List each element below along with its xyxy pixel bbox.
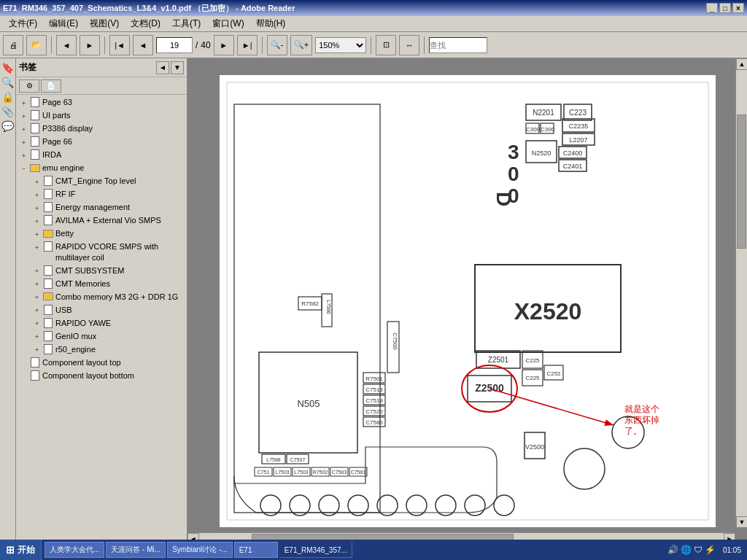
sidebar-item-cmt-top[interactable]: ＋ CMT_Engine Top level bbox=[16, 175, 187, 188]
svg-text:N505: N505 bbox=[297, 398, 320, 409]
page-number-input[interactable] bbox=[156, 37, 193, 53]
page-icon bbox=[42, 202, 54, 212]
sidebar-item-p3386[interactable]: ＋ P3386 display bbox=[16, 122, 187, 136]
page-icon bbox=[29, 136, 41, 147]
bookmark-panel-icon[interactable]: 🔖 bbox=[1, 61, 15, 74]
svg-text:R7501: R7501 bbox=[365, 376, 383, 382]
svg-text:L7586: L7586 bbox=[326, 300, 331, 314]
sidebar-item-genio[interactable]: ＋ GenIO mux bbox=[16, 330, 187, 343]
sidebar-content[interactable]: ＋ Page 63 ＋ UI parts ＋ P3386 display ＋ P… bbox=[16, 95, 187, 544]
sidebar-item-irda[interactable]: ＋ IRDA bbox=[16, 149, 187, 162]
taskbar-item-1[interactable]: 天涯问答 - Mi... bbox=[106, 542, 166, 558]
schematic-svg: N2201 C223 C300 C300 C2235 L2207 bbox=[220, 75, 716, 527]
menu-file[interactable]: 文件(F) bbox=[3, 16, 43, 31]
page-separator: / bbox=[196, 40, 198, 50]
tray-icon-3: 🛡 bbox=[694, 545, 703, 555]
expand-icon bbox=[18, 357, 29, 369]
page-icon bbox=[29, 123, 41, 133]
sidebar-label: RAPIDO YAWE bbox=[55, 318, 111, 329]
sidebar-item-r50[interactable]: ＋ r50_engine bbox=[16, 343, 187, 357]
sidebar-controls: ◄ ▼ bbox=[156, 61, 184, 74]
svg-text:C751: C751 bbox=[257, 470, 269, 475]
sidebar-item-cmtsub[interactable]: ＋ CMT SUBSYSTEM bbox=[16, 265, 187, 278]
fit-page-button[interactable]: ⊡ bbox=[376, 35, 396, 55]
page-icon bbox=[42, 241, 54, 252]
back-button[interactable]: ◄ bbox=[56, 35, 77, 55]
expand-icon: ＋ bbox=[31, 318, 42, 330]
sidebar-item-combo[interactable]: ＋ Combo memory M3 2G + DDR 1G bbox=[16, 291, 187, 304]
zoom-out-button[interactable]: 🔍- bbox=[267, 35, 287, 55]
sidebar-options-button[interactable]: ▼ bbox=[171, 61, 184, 74]
maximize-button[interactable]: □ bbox=[719, 3, 731, 13]
vertical-scrollbar[interactable]: ▲ ▼ bbox=[735, 58, 747, 528]
sidebar-item-usb[interactable]: ＋ USB bbox=[16, 304, 187, 317]
menu-tools[interactable]: 工具(T) bbox=[166, 16, 206, 31]
zoom-select[interactable]: 150% 100% 75% 50% bbox=[315, 37, 366, 53]
scroll-down-button[interactable]: ▼ bbox=[736, 516, 747, 528]
fit-width-button[interactable]: ↔ bbox=[399, 35, 419, 55]
svg-text:L7588: L7588 bbox=[266, 457, 281, 462]
next-page-button[interactable]: ► bbox=[214, 35, 234, 55]
svg-text:Z2501: Z2501 bbox=[487, 356, 508, 364]
taskbar-items: 人类学大会代... 天涯问答 - Mi... Symbianl讨论 -... E… bbox=[42, 542, 662, 558]
sidebar-item-avilma[interactable]: ＋ AVILMA + External Vio SMPS bbox=[16, 214, 187, 228]
open-button[interactable]: 📂 bbox=[26, 35, 47, 55]
svg-text:C225: C225 bbox=[525, 357, 540, 364]
menu-document[interactable]: 文档(D) bbox=[125, 16, 166, 31]
menu-help[interactable]: 帮助(H) bbox=[250, 16, 292, 31]
sidebar-item-layout-top[interactable]: Component layout top bbox=[16, 357, 187, 370]
sidebar-item-cmtmem[interactable]: ＋ CMT Memories bbox=[16, 278, 187, 291]
first-page-button[interactable]: |◄ bbox=[109, 35, 130, 55]
svg-text:C300: C300 bbox=[541, 126, 555, 133]
sidebar-label: AVILMA + External Vio SMPS bbox=[55, 215, 161, 226]
search-input[interactable] bbox=[429, 37, 487, 53]
scroll-thumb-v[interactable] bbox=[737, 114, 746, 249]
window-controls: _ □ × bbox=[706, 3, 744, 13]
attachment-icon[interactable]: 📎 bbox=[1, 105, 15, 118]
sidebar-header: 书签 ◄ ▼ bbox=[16, 58, 187, 77]
expand-icon: ＋ bbox=[31, 228, 42, 240]
taskbar-item-3[interactable]: E71 bbox=[234, 542, 278, 558]
prev-page-button[interactable]: ◄ bbox=[133, 35, 153, 55]
sidebar-nav-button[interactable]: 📄 bbox=[41, 79, 61, 93]
taskbar-right: 🔊 🌐 🛡 ⚡ 01:05 bbox=[662, 543, 747, 556]
comment-icon[interactable]: 💬 bbox=[1, 120, 15, 133]
menu-edit[interactable]: 编辑(E) bbox=[43, 16, 84, 31]
sidebar-item-page66[interactable]: ＋ Page 66 bbox=[16, 136, 187, 149]
sidebar-item-rfif[interactable]: ＋ RF IF bbox=[16, 188, 187, 201]
forward-button[interactable]: ► bbox=[80, 35, 100, 55]
sidebar-item-page63[interactable]: ＋ Page 63 bbox=[16, 96, 187, 109]
pdf-page: N2201 C223 C300 C300 C2235 L2207 bbox=[220, 75, 716, 527]
search-panel-icon[interactable]: 🔍 bbox=[1, 76, 15, 89]
pdf-area[interactable]: N2201 C223 C300 C300 C2235 L2207 bbox=[187, 58, 747, 544]
sidebar-item-uiparts[interactable]: ＋ UI parts bbox=[16, 109, 187, 122]
menu-window[interactable]: 窗口(W) bbox=[206, 16, 249, 31]
scroll-up-button[interactable]: ▲ bbox=[736, 58, 747, 70]
print-button[interactable]: 🖨 bbox=[3, 35, 23, 55]
svg-text:C223: C223 bbox=[569, 109, 587, 117]
close-button[interactable]: × bbox=[732, 3, 744, 13]
sidebar-item-rapido[interactable]: ＋ RAPIDO VCORE SMPS with multilayer coil bbox=[16, 241, 187, 265]
taskbar-item-0[interactable]: 人类学大会代... bbox=[44, 542, 104, 558]
menu-bar: 文件(F) 编辑(E) 视图(V) 文档(D) 工具(T) 窗口(W) 帮助(H… bbox=[0, 16, 747, 32]
sidebar-item-rapidoyawe[interactable]: ＋ RAPIDO YAWE bbox=[16, 317, 187, 330]
sidebar-item-betty[interactable]: ＋ Betty bbox=[16, 228, 187, 241]
taskbar-item-2[interactable]: Symbianl讨论 -... bbox=[167, 542, 233, 558]
taskbar-item-4[interactable]: E71_RM346_357... bbox=[279, 542, 352, 558]
menu-view[interactable]: 视图(V) bbox=[84, 16, 125, 31]
svg-text:C252: C252 bbox=[546, 370, 561, 377]
expand-icon: ＋ bbox=[31, 344, 42, 356]
minimize-button[interactable]: _ bbox=[706, 3, 718, 13]
svg-text:L2207: L2207 bbox=[569, 136, 587, 144]
sidebar-item-emu[interactable]: － emu engine bbox=[16, 162, 187, 175]
sidebar-item-energy[interactable]: ＋ Energy management bbox=[16, 201, 187, 214]
zoom-in-button[interactable]: 🔍+ bbox=[290, 35, 312, 55]
sidebar-expand-button[interactable]: ◄ bbox=[156, 61, 169, 74]
page-icon bbox=[29, 370, 41, 381]
sidebar-item-layout-bottom[interactable]: Component layout bottom bbox=[16, 370, 187, 383]
last-page-button[interactable]: ►| bbox=[237, 35, 258, 55]
start-button[interactable]: ⊞ 开始 bbox=[0, 540, 42, 560]
separator2 bbox=[104, 36, 105, 54]
sidebar-settings-button[interactable]: ⚙ bbox=[19, 79, 39, 93]
expand-icon bbox=[18, 370, 29, 382]
